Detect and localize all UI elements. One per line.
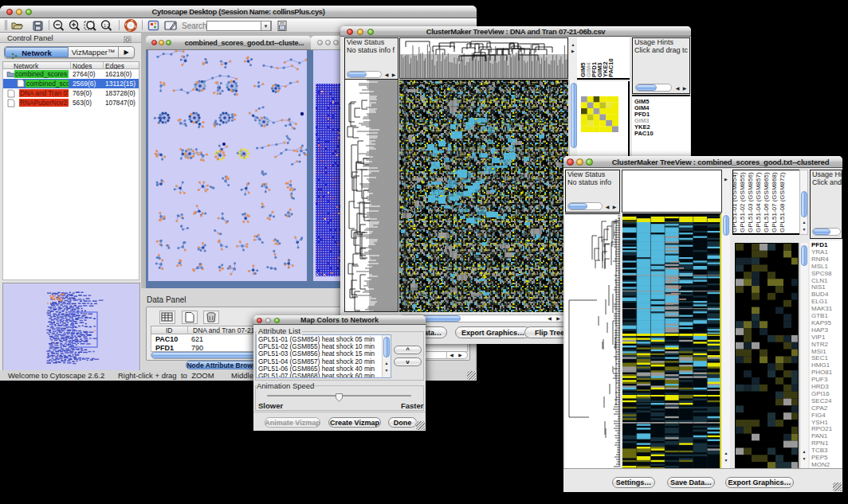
- svg-text:1:1: 1:1: [104, 23, 110, 28]
